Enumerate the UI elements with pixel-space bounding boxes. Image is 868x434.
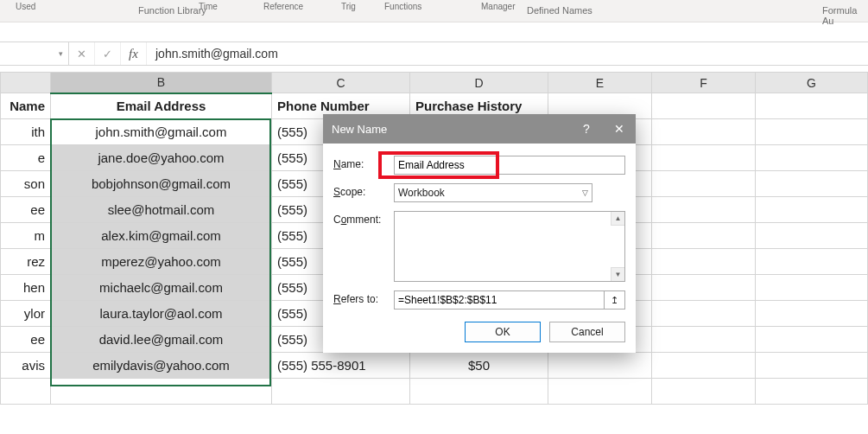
ribbon-strip: Used Time Reference Trig Functions Funct… <box>0 0 868 22</box>
col-header-E[interactable]: E <box>548 73 652 93</box>
scope-label: Scope: <box>333 183 394 198</box>
cell-email[interactable]: michaelc@gmail.com <box>51 275 272 301</box>
cell-email[interactable]: jane.doe@yahoo.com <box>51 145 272 171</box>
name-box[interactable]: ▾ <box>0 42 69 65</box>
col-header-B[interactable]: B <box>51 73 272 93</box>
col-header-C[interactable]: C <box>272 73 410 93</box>
ribbon-function-library: Function Library <box>138 5 206 16</box>
cell-name[interactable]: hen <box>1 275 51 301</box>
cell-email[interactable]: emilydavis@yahoo.com <box>51 353 272 379</box>
cell-email[interactable]: david.lee@gmail.com <box>51 327 272 353</box>
ribbon-used: Used <box>16 2 35 11</box>
cell-F1[interactable] <box>652 93 756 119</box>
column-header-row: B C D E F G <box>1 73 868 93</box>
col-header-A[interactable] <box>1 73 51 93</box>
formula-cancel-button[interactable]: ✕ <box>69 42 95 65</box>
dialog-titlebar[interactable]: New Name ? ✕ <box>323 114 636 144</box>
ribbon-functions: Functions <box>384 2 421 11</box>
cell-email[interactable]: slee@hotmail.com <box>51 197 272 223</box>
chevron-down-icon[interactable]: ▾ <box>59 49 63 58</box>
cancel-button[interactable]: Cancel <box>549 322 625 342</box>
dialog-title: New Name <box>332 123 387 136</box>
scroll-down-icon[interactable]: ▼ <box>611 267 624 281</box>
cell-email[interactable]: laura.taylor@aol.com <box>51 301 272 327</box>
cell-phone[interactable]: (555) 555-8901 <box>272 353 410 379</box>
refersto-input[interactable] <box>394 290 605 310</box>
ok-button[interactable]: OK <box>465 322 541 342</box>
scope-value: Workbook <box>398 187 445 199</box>
dialog-close-button[interactable]: ✕ <box>603 114 636 144</box>
refersto-label: Refers to: <box>333 290 394 305</box>
name-label: Name: <box>333 156 394 170</box>
cell-email[interactable]: alex.kim@gmail.com <box>51 223 272 249</box>
formula-enter-button[interactable]: ✓ <box>95 42 121 65</box>
formula-input[interactable]: john.smith@gmail.com <box>147 42 868 65</box>
cell-purchase[interactable]: $50 <box>410 353 548 379</box>
table-row <box>1 379 868 405</box>
ribbon-defined-names: Defined Names <box>527 5 592 16</box>
ribbon-trig: Trig <box>341 2 356 11</box>
formula-bar: ▾ ✕ ✓ fx john.smith@gmail.com <box>0 41 868 66</box>
comment-label: Comment: <box>333 211 394 226</box>
comment-textarea[interactable]: ▲ ▼ <box>394 211 625 282</box>
col-header-D[interactable]: D <box>410 73 548 93</box>
cell-email[interactable]: john.smith@gmail.com <box>51 119 272 145</box>
ribbon-reference: Reference <box>263 2 303 11</box>
cell-name[interactable]: ee <box>1 197 51 223</box>
collapse-dialog-button[interactable]: ↥ <box>605 290 625 310</box>
scroll-up-icon[interactable]: ▲ <box>611 212 624 226</box>
cell-name[interactable]: ee <box>1 327 51 353</box>
cell-G1[interactable] <box>756 93 868 119</box>
col-header-F[interactable]: F <box>652 73 756 93</box>
new-name-dialog: New Name ? ✕ Name: Scope: Workbook ▽ <box>323 114 636 353</box>
cell-name[interactable]: rez <box>1 249 51 275</box>
table-row: avis emilydavis@yahoo.com (555) 555-8901… <box>1 353 868 379</box>
cell-email[interactable]: bobjohnson@gmail.com <box>51 171 272 197</box>
dialog-help-button[interactable]: ? <box>570 114 603 144</box>
scope-select[interactable]: Workbook ▽ <box>394 183 592 202</box>
ribbon-manager: Manager <box>481 2 515 11</box>
cell-name[interactable]: m <box>1 223 51 249</box>
cell-email[interactable]: mperez@yahoo.com <box>51 249 272 275</box>
col-header-G[interactable]: G <box>756 73 868 93</box>
cell-name[interactable]: ylor <box>1 301 51 327</box>
cell-A1[interactable]: Name <box>1 93 51 119</box>
cell-name[interactable]: avis <box>1 353 51 379</box>
chevron-down-icon: ▽ <box>582 188 588 197</box>
insert-function-button[interactable]: fx <box>121 42 147 65</box>
name-input[interactable] <box>394 156 625 175</box>
cell-B1[interactable]: Email Address <box>51 93 272 119</box>
cell-name[interactable]: son <box>1 171 51 197</box>
cell-name[interactable]: e <box>1 145 51 171</box>
ribbon-formula-au: Formula Au <box>822 5 868 26</box>
cell-name[interactable]: ith <box>1 119 51 145</box>
